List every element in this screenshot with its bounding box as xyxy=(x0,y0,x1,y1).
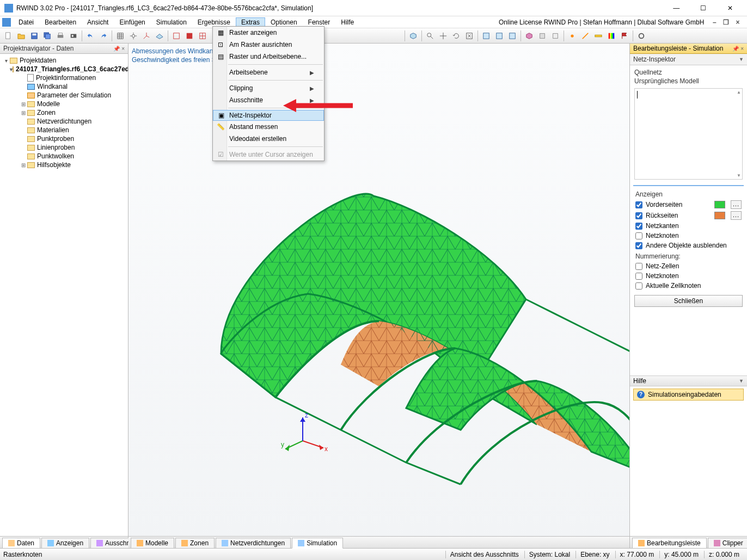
chk-cellnodes-input[interactable] xyxy=(635,282,642,290)
settings-icon[interactable] xyxy=(635,30,647,42)
colormap-icon[interactable] xyxy=(605,30,617,42)
tree-materialien[interactable]: Materialien xyxy=(1,126,127,134)
chk-edges-input[interactable] xyxy=(635,223,642,230)
chk-back-input[interactable] xyxy=(635,212,642,219)
mdi-close-button[interactable]: × xyxy=(734,19,742,26)
dd-arbeitsebene[interactable]: Arbeitsebene▶ xyxy=(213,66,324,78)
3d-viewport[interactable]: Abmessungen des Windkanals: Geschwindigk… xyxy=(128,44,629,536)
save-icon[interactable] xyxy=(28,30,40,42)
menu-fenster[interactable]: Fenster xyxy=(303,17,336,27)
help-chevron-icon[interactable]: ▼ xyxy=(739,378,744,384)
menu-bearbeiten[interactable]: Bearbeiten xyxy=(39,17,82,27)
chk-netzkanten[interactable]: Netzkanten xyxy=(630,221,747,231)
viewxy-icon[interactable] xyxy=(480,30,492,42)
ctab-netzverdichtungen[interactable]: Netzverdichtungen xyxy=(216,538,291,548)
view3d-icon[interactable] xyxy=(407,30,419,42)
zone-red-icon[interactable] xyxy=(170,30,182,42)
pan-icon[interactable] xyxy=(437,30,449,42)
plane-icon[interactable] xyxy=(154,30,166,42)
clip-icon[interactable] xyxy=(523,30,535,42)
menu-optionen[interactable]: Optionen xyxy=(265,17,303,27)
tree-punktproben[interactable]: Punktproben xyxy=(1,134,127,143)
lineprobe-icon[interactable] xyxy=(579,30,591,42)
chk-netzknoten[interactable]: Netzknoten xyxy=(630,231,747,241)
new-icon[interactable] xyxy=(2,30,14,42)
help-item[interactable]: ? Simulationseingabedaten xyxy=(633,389,744,401)
redo-icon[interactable] xyxy=(97,30,109,42)
minimize-button[interactable]: — xyxy=(664,0,689,16)
undo-icon[interactable] xyxy=(84,30,96,42)
chk-nodes-input[interactable] xyxy=(635,232,642,239)
snap-icon[interactable] xyxy=(127,30,139,42)
chk-front-input[interactable] xyxy=(635,201,642,208)
viewxz-icon[interactable] xyxy=(493,30,505,42)
menu-ergebnisse[interactable]: Ergebnisse xyxy=(192,17,236,27)
chk-netzknoten2[interactable]: Netzknoten xyxy=(630,271,747,281)
print-icon[interactable] xyxy=(54,30,66,42)
scroll-up-icon[interactable]: ▲ xyxy=(737,90,741,95)
menu-hilfe[interactable]: Hilfe xyxy=(335,17,359,27)
color-pick-back[interactable]: ... xyxy=(731,211,742,220)
menu-ansicht[interactable]: Ansicht xyxy=(82,17,114,27)
dd-abstand-messen[interactable]: 📏Abstand messen xyxy=(213,121,324,133)
dd-videodatei[interactable]: Videodatei erstellen xyxy=(213,133,324,145)
tree-parameter[interactable]: Parameter der Simulation xyxy=(1,91,127,100)
viewyz-icon[interactable] xyxy=(506,30,518,42)
tree-windkanal[interactable]: Windkanal xyxy=(1,82,127,91)
probe-icon[interactable] xyxy=(566,30,578,42)
zoom-icon[interactable] xyxy=(424,30,436,42)
open-icon[interactable] xyxy=(15,30,27,42)
tree-modelle[interactable]: ⊞Modelle xyxy=(1,100,127,108)
right-subheader[interactable]: Netz-Inspektor ▼ xyxy=(630,54,747,65)
chk-vorderseiten[interactable]: Vorderseiten ... xyxy=(630,199,747,210)
axes-icon[interactable] xyxy=(140,30,152,42)
color-pick-front[interactable]: ... xyxy=(731,200,742,209)
nav-tab-daten[interactable]: Daten xyxy=(2,538,40,548)
maximize-button[interactable]: ☐ xyxy=(691,0,716,16)
right-pin-icon[interactable]: 📌 × xyxy=(732,46,744,52)
fit-icon[interactable] xyxy=(463,30,475,42)
saveall-icon[interactable] xyxy=(41,30,53,42)
chevron-down-icon[interactable]: ▼ xyxy=(739,57,744,62)
menu-einfuegen[interactable]: Einfügen xyxy=(114,17,150,27)
tree-netzverdichtungen[interactable]: Netzverdichtungen xyxy=(1,117,127,126)
dd-clipping[interactable]: Clipping▶ xyxy=(213,82,324,94)
rotate-icon[interactable] xyxy=(450,30,462,42)
chk-netz-zellen[interactable]: Netz-Zellen xyxy=(630,261,747,271)
menu-datei[interactable]: Datei xyxy=(13,17,39,27)
pin-icon[interactable]: 📌 × xyxy=(113,46,125,52)
flag-icon[interactable] xyxy=(619,30,630,42)
navigator-tree[interactable]: ▾Projektdaten ▾241017_Triangles.rf6_LC3_… xyxy=(0,54,128,536)
section-icon[interactable] xyxy=(536,30,548,42)
close-button-panel[interactable]: Schließen xyxy=(634,295,743,307)
tree-linienproben[interactable]: Linienproben xyxy=(1,143,127,152)
grid-icon[interactable] xyxy=(114,30,126,42)
chk-hide-input[interactable] xyxy=(635,242,642,249)
tree-zonen[interactable]: ⊞Zonen xyxy=(1,108,127,117)
mdi-minimize-button[interactable]: – xyxy=(711,19,718,26)
chk-zellknoten[interactable]: Aktuelle Zellknoten xyxy=(630,281,747,291)
tree-projektinfo[interactable]: Projektinformationen xyxy=(1,73,127,82)
section2-icon[interactable] xyxy=(549,30,561,42)
menu-extras[interactable]: Extras xyxy=(236,17,265,27)
scroll-down-icon[interactable]: ▼ xyxy=(737,173,741,178)
rtab-bearbeitungsleiste[interactable]: Bearbeitungsleiste xyxy=(632,538,707,548)
tree-punktwolken[interactable]: Punktwolken xyxy=(1,152,127,161)
log-textarea[interactable]: ▲ ▼ xyxy=(634,88,743,180)
refine-icon[interactable] xyxy=(197,30,209,42)
zone-fill-icon[interactable] xyxy=(183,30,195,42)
mdi-restore-button[interactable]: ❐ xyxy=(722,19,730,26)
ctab-zonen[interactable]: Zonen xyxy=(175,538,215,548)
chk-nnodes-input[interactable] xyxy=(635,273,642,280)
dd-raster-arbeitsebene[interactable]: ▤Raster und Arbeitsebene... xyxy=(213,51,324,63)
menu-simulation[interactable]: Simulation xyxy=(151,17,192,27)
close-button[interactable]: ✕ xyxy=(718,0,743,16)
chk-cells-input[interactable] xyxy=(635,263,642,270)
ctab-simulation[interactable]: Simulation xyxy=(292,538,343,549)
video-icon[interactable] xyxy=(68,30,79,42)
tree-file[interactable]: ▾241017_Triangles.rf6_LC3_6cac27ed xyxy=(1,65,127,73)
tree-root[interactable]: ▾Projektdaten xyxy=(1,56,127,65)
chk-rueckseiten[interactable]: Rückseiten ... xyxy=(630,210,747,221)
ctab-modelle[interactable]: Modelle xyxy=(131,538,174,548)
tree-hilfsobjekte[interactable]: ⊞Hilfsobjekte xyxy=(1,161,127,169)
